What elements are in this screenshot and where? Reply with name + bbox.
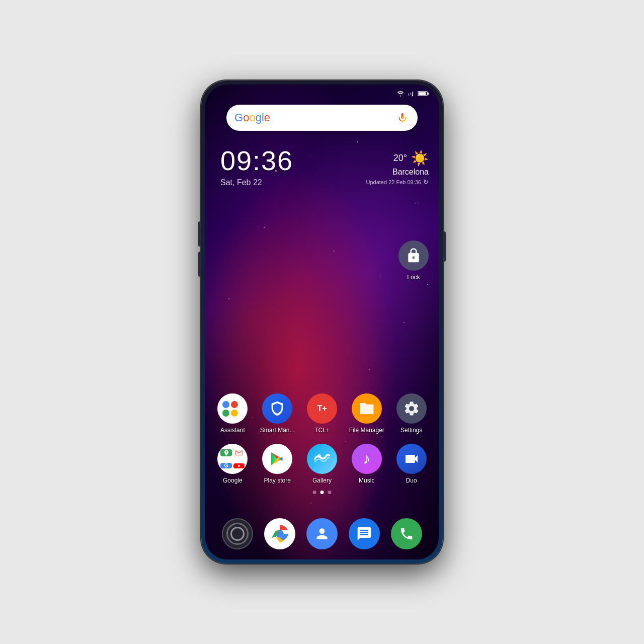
power-button[interactable]: [443, 231, 446, 262]
smart-manager-label: Smart Man...: [260, 427, 295, 434]
music-note-icon: ♪: [363, 450, 370, 467]
refresh-icon[interactable]: ↻: [423, 178, 429, 186]
gallery-svg: [313, 450, 331, 467]
weather-widget: 20° ☀️ Barcelona Updated 22 Feb 09:36 ↻: [366, 150, 429, 186]
gallery-icon: [307, 444, 337, 474]
weather-updated: Updated 22 Feb 09:36 ↻: [366, 178, 429, 186]
google-mini-icon: G: [220, 463, 232, 468]
dock-contacts[interactable]: [306, 518, 338, 549]
app-row-1: Assistant Smart Man...: [205, 388, 439, 439]
youtube-mini-icon: [233, 463, 245, 468]
app-row-2: G Google: [205, 439, 439, 489]
svg-rect-2: [418, 92, 426, 95]
app-item-gallery[interactable]: Gallery: [302, 444, 342, 484]
gmail-mini-icon: [233, 449, 245, 456]
app-item-smart-manager[interactable]: Smart Man...: [257, 393, 297, 434]
mic-icon[interactable]: [395, 111, 410, 125]
music-icon: ♪: [352, 444, 382, 474]
gear-svg: [403, 400, 420, 417]
page-dot-3[interactable]: [328, 491, 332, 494]
folder-svg: [359, 400, 375, 417]
tclplus-icon: T+: [307, 393, 337, 424]
dock: [216, 518, 428, 549]
camera-ring: [226, 523, 249, 545]
chrome-svg: [269, 523, 290, 544]
file-manager-icon: [352, 393, 382, 424]
weather-sun-icon: ☀️: [411, 150, 429, 167]
messages-svg: [356, 526, 372, 542]
app-item-assistant[interactable]: Assistant: [212, 393, 253, 434]
dock-camera[interactable]: [222, 518, 253, 549]
play-store-label: Play store: [264, 477, 291, 484]
phone-screen: Google: [205, 85, 439, 559]
status-bar: [205, 91, 439, 97]
volume-down-button[interactable]: [198, 252, 201, 277]
battery-icon: [418, 91, 429, 97]
wifi-icon: [396, 91, 405, 97]
lock-shortcut[interactable]: Lock: [398, 240, 429, 281]
page-dot-1[interactable]: [313, 491, 316, 494]
gallery-label: Gallery: [312, 477, 332, 484]
app-item-duo[interactable]: Duo: [391, 444, 432, 484]
volume-up-button[interactable]: [198, 221, 201, 247]
app-item-file-manager[interactable]: File Manager: [347, 393, 387, 434]
lock-label: Lock: [407, 274, 420, 281]
play-store-icon: [262, 444, 292, 474]
settings-label: Settings: [400, 427, 422, 434]
weather-city: Barcelona: [366, 168, 429, 177]
music-label: Music: [359, 477, 374, 484]
duo-label: Duo: [406, 477, 417, 484]
google-multi-icon: G: [217, 444, 248, 474]
app-item-music[interactable]: ♪ Music: [347, 444, 387, 484]
app-item-play-store[interactable]: Play store: [257, 444, 297, 484]
app-item-google[interactable]: G Google: [212, 444, 253, 484]
dock-chrome[interactable]: [264, 518, 295, 549]
svg-point-3: [412, 256, 415, 259]
google-logo: Google: [234, 111, 270, 124]
phone-device: Google: [201, 80, 443, 564]
lock-icon: [406, 248, 422, 264]
google-label: Google: [223, 477, 243, 484]
assistant-label: Assistant: [220, 427, 245, 434]
clock-date: Sat, Feb 22: [220, 178, 293, 187]
video-camera-svg: [404, 451, 420, 467]
play-triangle-svg: [268, 450, 286, 468]
clock-time: 09:36: [220, 145, 293, 176]
clock-widget: 09:36 Sat, Feb 22: [220, 145, 293, 187]
app-grid: Assistant Smart Man...: [205, 388, 439, 489]
assistant-icon: [217, 393, 248, 424]
phone-svg: [399, 526, 414, 541]
settings-icon-circle: [396, 393, 427, 424]
lock-icon-circle[interactable]: [398, 240, 429, 271]
svg-rect-1: [427, 93, 429, 95]
camera-inner: [230, 527, 245, 541]
tclplus-label: TCL+: [314, 427, 330, 434]
page-dot-2[interactable]: [320, 491, 324, 494]
duo-icon: [396, 444, 427, 474]
signal-icon: [408, 91, 415, 97]
dock-messages[interactable]: [349, 518, 380, 549]
shield-svg: [269, 400, 286, 417]
app-item-settings[interactable]: Settings: [391, 393, 432, 434]
weather-temp: 20°: [393, 153, 407, 164]
search-bar[interactable]: Google: [226, 105, 418, 131]
svg-point-7: [317, 454, 321, 458]
page-indicators: [313, 491, 332, 494]
app-item-tclplus[interactable]: T+ TCL+: [302, 393, 342, 434]
smart-manager-icon: [262, 393, 292, 424]
contacts-svg: [314, 526, 330, 542]
dock-phone[interactable]: [391, 518, 422, 549]
maps-mini-icon: [220, 449, 232, 456]
file-manager-label: File Manager: [349, 427, 384, 434]
